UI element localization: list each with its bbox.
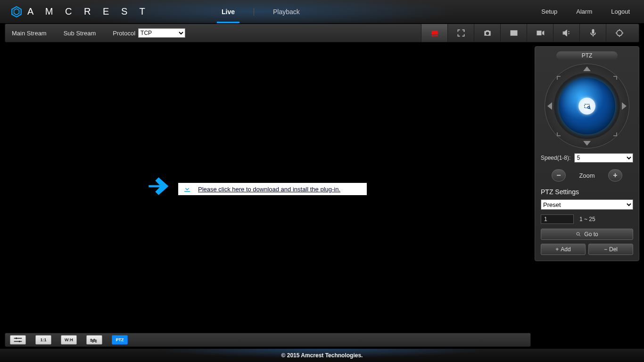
plugin-download-link[interactable]: Please click here to download and instal… xyxy=(198,186,340,193)
add-label: Add xyxy=(561,246,570,253)
svg-point-5 xyxy=(617,30,622,36)
add-button[interactable]: +Add xyxy=(541,244,586,255)
main-stream-button[interactable]: Main Stream xyxy=(12,30,47,37)
speed-row: Speed(1-8): 5 xyxy=(541,153,633,163)
svg-point-14 xyxy=(19,341,20,342)
link-alarm[interactable]: Alarm xyxy=(576,8,592,15)
plugin-download-banner: Please click here to download and instal… xyxy=(178,183,367,195)
svg-point-12 xyxy=(16,337,17,339)
download-icon xyxy=(183,185,191,193)
ptz-downleft-button[interactable] xyxy=(557,132,561,136)
picture-icon xyxy=(509,28,519,38)
preset-select[interactable]: Preset xyxy=(541,199,633,210)
sliders-icon xyxy=(13,337,23,343)
toolbar-icons: + xyxy=(421,24,632,42)
plus-icon: + xyxy=(555,246,559,253)
speaker-button[interactable] xyxy=(553,24,579,42)
tab-live[interactable]: Live xyxy=(222,0,235,23)
sub-stream-button[interactable]: Sub Stream xyxy=(64,30,96,37)
preset-number-row: 1 ~ 25 xyxy=(541,214,633,224)
zoom-label: Zoom xyxy=(566,172,608,179)
nav-separator xyxy=(254,8,254,16)
zoom-out-button[interactable]: − xyxy=(552,169,566,181)
wave-icon xyxy=(90,337,99,343)
crosshair-icon xyxy=(615,28,624,38)
fullscreen-icon: + xyxy=(456,28,466,38)
svg-line-10 xyxy=(579,235,581,237)
svg-rect-6 xyxy=(585,104,590,108)
add-del-row: +Add −Del xyxy=(541,244,633,255)
del-button[interactable]: −Del xyxy=(588,244,633,255)
ptz-center-button[interactable] xyxy=(578,98,595,115)
video-icon xyxy=(536,28,545,38)
footer: © 2015 Amcrest Technologies. xyxy=(0,349,644,362)
ptz-scan-icon xyxy=(583,102,591,110)
brand-logo: A M C R E S T xyxy=(10,6,150,18)
fluency-button[interactable] xyxy=(86,335,102,345)
logo-hex-icon xyxy=(10,6,23,18)
nav-main: Live Playback xyxy=(222,0,300,23)
link-setup[interactable]: Setup xyxy=(541,8,557,15)
ptz-wheel xyxy=(545,64,629,148)
goto-label: Go to xyxy=(584,231,598,238)
video-area: Please click here to download and instal… xyxy=(5,43,531,333)
target-button[interactable] xyxy=(606,24,632,42)
nav-right: Setup Alarm Logout xyxy=(541,8,630,15)
zoom-in-button[interactable]: + xyxy=(608,169,622,181)
snapshot-button[interactable] xyxy=(474,24,500,42)
adjust-button[interactable] xyxy=(10,335,26,345)
ptz-toggle-button[interactable]: PTZ xyxy=(112,335,128,345)
mic-button[interactable] xyxy=(579,24,606,42)
svg-marker-0 xyxy=(12,7,21,17)
copyright-text: © 2015 Amcrest Technologies. xyxy=(281,352,363,359)
speed-select[interactable]: 5 xyxy=(574,153,633,163)
ptz-panel: PTZ Speed(1-8): 5 − Zoom + PTZ Settings … xyxy=(535,46,639,261)
svg-text:+: + xyxy=(463,30,465,33)
brand-text: A M C R E S T xyxy=(27,6,150,17)
ptz-right-button[interactable] xyxy=(622,102,627,110)
ptz-down-button[interactable] xyxy=(583,141,591,146)
ptz-up-button[interactable] xyxy=(583,66,591,71)
del-label: Del xyxy=(609,246,618,253)
ptz-upleft-button[interactable] xyxy=(557,76,561,80)
aspect-ratio-button[interactable]: W:H xyxy=(61,335,77,345)
camera-icon xyxy=(483,28,492,38)
ptz-upright-button[interactable] xyxy=(613,76,617,80)
svg-marker-1 xyxy=(14,8,19,15)
speaker-icon xyxy=(562,28,571,38)
protocol-label: Protocol xyxy=(113,30,135,37)
record-button[interactable] xyxy=(421,24,447,42)
ptz-settings-title: PTZ Settings xyxy=(541,188,633,196)
ptz-title: PTZ xyxy=(556,51,618,60)
svg-point-4 xyxy=(539,31,540,32)
ptz-downright-button[interactable] xyxy=(613,132,617,136)
tab-playback[interactable]: Playback xyxy=(273,0,300,23)
search-icon xyxy=(576,231,581,237)
link-logout[interactable]: Logout xyxy=(611,8,630,15)
zoom-row: − Zoom + xyxy=(541,169,633,181)
preset-range-label: 1 ~ 25 xyxy=(579,216,595,222)
svg-point-9 xyxy=(577,232,579,235)
goto-button[interactable]: Go to xyxy=(541,229,633,240)
svg-point-3 xyxy=(537,31,538,32)
fullscreen-button[interactable]: + xyxy=(447,24,474,42)
ptz-left-button[interactable] xyxy=(547,102,552,110)
video-button[interactable] xyxy=(527,24,553,42)
protocol-select[interactable]: TCP xyxy=(138,28,185,38)
svg-line-8 xyxy=(589,108,590,109)
preset-number-input[interactable] xyxy=(541,214,574,224)
sub-toolbar: Main Stream Sub Stream Protocol TCP + xyxy=(5,24,639,42)
speed-label: Speed(1-8): xyxy=(541,155,570,161)
record-icon xyxy=(430,28,439,38)
mic-icon xyxy=(588,28,598,38)
minus-icon: − xyxy=(604,246,607,253)
bottom-toolbar: 1:1 W:H PTZ xyxy=(5,333,531,347)
picture-button[interactable] xyxy=(500,24,527,42)
header-bar: A M C R E S T Live Playback Setup Alarm … xyxy=(0,0,644,24)
original-size-button[interactable]: 1:1 xyxy=(35,335,51,345)
arrow-indicator-icon xyxy=(144,173,171,199)
